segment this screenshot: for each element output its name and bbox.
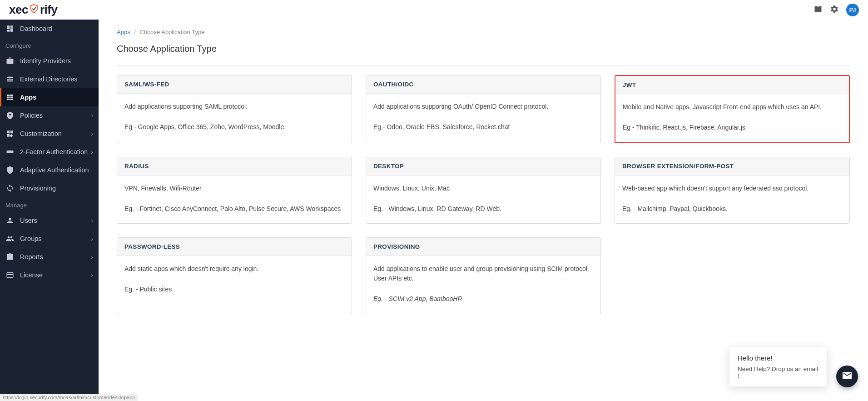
sidebar-item-label: Reports (20, 253, 91, 261)
card-example: Eg. - Fortinet, Cisco AnyConnect, Palo A… (124, 205, 344, 214)
card-saml[interactable]: SAML/WS-FED Add applications supporting … (117, 75, 352, 143)
logo[interactable]: xecrify (9, 3, 57, 17)
card-jwt[interactable]: JWT Mobile and Native apps, Javascript F… (615, 75, 850, 143)
sidebar-item-label: Policies (20, 112, 91, 119)
sidebar-item-label: Groups (20, 235, 91, 242)
chat-greeting: Hello there! (738, 354, 819, 362)
sidebar-item-provisioning[interactable]: Provisioning (0, 179, 99, 197)
sidebar-item-policies[interactable]: Policies › (0, 106, 99, 125)
card-title: JWT (615, 76, 849, 94)
sidebar-item-external-directories[interactable]: External Directories (0, 70, 99, 88)
top-header: xecrify PJ (0, 0, 868, 20)
book-icon[interactable] (813, 5, 823, 15)
card-description: Web-based app which doesn't support any … (622, 184, 842, 193)
chevron-right-icon: › (91, 112, 93, 119)
card-title: RADIUS (117, 157, 352, 175)
chevron-right-icon: › (91, 217, 93, 224)
sidebar-item-label: Provisioning (20, 185, 93, 192)
status-bar: https://login.xecurify.com/moas/admin/cu… (0, 394, 138, 401)
card-description: Mobile and Native apps, Javascript Front… (623, 102, 842, 112)
card-example: Eg. - Public sites (124, 285, 344, 294)
sidebar-item-label: External Directories (20, 75, 93, 83)
sidebar-item-label: Identity Providers (20, 57, 93, 65)
card-title: DESKTOP (366, 157, 600, 175)
card-icon (5, 271, 15, 280)
briefcase-icon (5, 56, 15, 65)
card-example: Eg. - SCIM v2 App, BambooHR (373, 295, 593, 304)
chevron-right-icon: › (91, 235, 93, 242)
divider (117, 65, 850, 66)
card-description: VPN, Firewalls, Wifi-Router (124, 184, 344, 193)
chevron-right-icon: › (91, 148, 93, 155)
page-title: Choose Application Type (117, 44, 850, 54)
sidebar-item-adaptive-auth[interactable]: Adaptive Authentication (0, 161, 99, 179)
card-example: Eg - Google Apps, Office 365, Zoho, Word… (124, 123, 344, 132)
chat-subtitle: Need Help? Drop us an email ! (738, 366, 819, 379)
sidebar-item-apps[interactable]: Apps (0, 88, 99, 106)
card-description: Add applications to enable user and grou… (373, 264, 593, 283)
breadcrumb-separator: / (134, 29, 136, 35)
sidebar-section-configure: Configure (0, 38, 99, 52)
sidebar-item-label: Customization (20, 130, 91, 137)
card-description: Add static apps which doesn't require an… (124, 264, 344, 274)
sidebar-item-label: License (20, 271, 91, 279)
sidebar-item-license[interactable]: License › (0, 266, 99, 284)
dashboard-icon (5, 24, 15, 33)
shield-check-icon (5, 111, 15, 120)
sidebar-item-reports[interactable]: Reports › (0, 248, 99, 266)
breadcrumb: Apps / Choose Application Type (117, 29, 850, 35)
clipboard-icon (5, 252, 15, 261)
chevron-right-icon: › (91, 130, 93, 137)
card-example: Eg. - Mailchimp, Paypal, Quickbooks. (622, 205, 842, 214)
apps-icon (5, 93, 15, 102)
sidebar-item-users[interactable]: Users › (0, 211, 99, 230)
sidebar: Dashboard Configure Identity Providers E… (0, 20, 99, 401)
list-icon (5, 75, 15, 84)
card-example: Eg. - Windows, Linux, RD Gateway, RD Web… (373, 205, 593, 214)
header-actions: PJ (813, 4, 859, 16)
sidebar-item-label: Dashboard (20, 25, 93, 32)
card-radius[interactable]: RADIUS VPN, Firewalls, Wifi-Router Eg. -… (117, 157, 352, 224)
card-title: PASSWORD-LESS (117, 238, 352, 256)
breadcrumb-root[interactable]: Apps (117, 29, 130, 35)
group-icon (5, 234, 15, 243)
gear-icon[interactable] (830, 5, 839, 15)
card-description: Add applications supporting SAML protoco… (124, 102, 344, 111)
sidebar-item-label: 2-Factor Authentication (20, 148, 91, 155)
card-title: PROVISIONING (366, 238, 600, 256)
chevron-right-icon: › (91, 271, 93, 279)
card-browser-extension[interactable]: BROWSER EXTENSION/FORM-POST Web-based ap… (615, 157, 850, 224)
sidebar-item-label: Adaptive Authentication (20, 166, 93, 174)
sidebar-item-customization[interactable]: Customization › (0, 125, 99, 143)
card-title: SAML/WS-FED (117, 75, 352, 94)
mail-icon (842, 370, 853, 383)
card-provisioning[interactable]: PROVISIONING Add applications to enable … (366, 237, 601, 314)
password-icon (5, 147, 15, 156)
card-description: Add applications supporting OAuth/ OpenI… (373, 102, 593, 111)
card-title: OAUTH/OIDC (366, 75, 600, 94)
chevron-right-icon: › (91, 253, 93, 261)
app-type-cards: SAML/WS-FED Add applications supporting … (117, 75, 850, 314)
sidebar-item-2fa[interactable]: 2-Factor Authentication › (0, 143, 99, 161)
sidebar-section-manage: Manage (0, 197, 99, 211)
sidebar-item-groups[interactable]: Groups › (0, 230, 99, 248)
shield-icon (5, 165, 15, 175)
shield-icon (29, 3, 39, 17)
card-desktop[interactable]: DESKTOP Windows, Linux, Unix, Mac Eg. - … (366, 157, 601, 224)
card-title: BROWSER EXTENSION/FORM-POST (615, 157, 849, 175)
logo-prefix: xec (9, 3, 28, 16)
widgets-icon (5, 129, 15, 138)
card-example: Eg - Odoo, Oracle EBS, Salesforce, Rocke… (373, 123, 593, 132)
svg-rect-0 (7, 150, 14, 153)
card-oauth[interactable]: OAUTH/OIDC Add applications supporting O… (366, 75, 601, 143)
card-passwordless[interactable]: PASSWORD-LESS Add static apps which does… (117, 237, 352, 314)
avatar[interactable]: PJ (846, 4, 859, 16)
chat-button[interactable] (836, 366, 858, 387)
logo-suffix: rify (40, 3, 57, 16)
chat-popup[interactable]: Hello there! Need Help? Drop us an email… (729, 347, 827, 386)
sidebar-item-label: Apps (20, 94, 93, 101)
user-icon (5, 216, 15, 225)
sidebar-item-identity-providers[interactable]: Identity Providers (0, 52, 99, 70)
sidebar-item-dashboard[interactable]: Dashboard (0, 20, 99, 38)
card-description: Windows, Linux, Unix, Mac (373, 184, 593, 193)
